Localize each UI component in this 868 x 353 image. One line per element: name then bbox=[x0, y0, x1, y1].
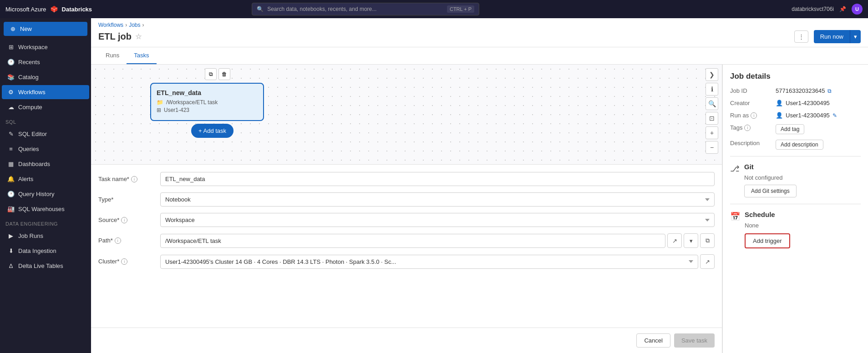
top-nav-right: databricksvct706i 📌 U bbox=[792, 4, 863, 15]
tab-tasks[interactable]: Tasks bbox=[127, 47, 156, 64]
sidebar-item-delta-live-tables[interactable]: Δ Delta Live Tables bbox=[2, 259, 89, 273]
fit-view-button[interactable]: ⊡ bbox=[706, 112, 718, 125]
databricks-logo-icon bbox=[50, 5, 58, 13]
data-eng-section-header: Data Engineering bbox=[0, 217, 91, 228]
creator-label: Creator bbox=[730, 100, 776, 106]
sidebar-item-query-history[interactable]: 🕐 Query History bbox=[2, 187, 89, 201]
sidebar-item-queries[interactable]: ≡ Queries bbox=[2, 142, 89, 156]
collapse-panel-button[interactable]: ❯ bbox=[706, 68, 718, 81]
path-label: Path* i bbox=[98, 233, 153, 244]
job-id-copy-button[interactable]: ⧉ bbox=[827, 88, 832, 94]
task-name-input[interactable] bbox=[160, 172, 715, 186]
job-id-value: 577163320323645 ⧉ bbox=[776, 87, 861, 94]
search-bar[interactable]: 🔍 Search data, notebooks, recents, and m… bbox=[252, 3, 479, 15]
git-icon: ⎇ bbox=[730, 164, 740, 174]
add-git-settings-button[interactable]: Add Git settings bbox=[744, 185, 797, 197]
path-info-icon[interactable]: i bbox=[115, 237, 121, 244]
info-button[interactable]: ℹ bbox=[706, 83, 718, 96]
type-label: Type* bbox=[98, 192, 153, 203]
add-trigger-button[interactable]: Add trigger bbox=[745, 233, 790, 248]
save-task-button[interactable]: Save task bbox=[674, 333, 715, 348]
task-name-info-icon[interactable]: i bbox=[131, 176, 137, 182]
sidebar-item-sql-editor[interactable]: ✎ SQL Editor bbox=[2, 127, 89, 141]
page-tabs: Runs Tasks bbox=[91, 47, 868, 65]
task-canvas[interactable]: ⧉ 🗑 ETL_new_data 📁 /Workspace/ETL task ⊞… bbox=[91, 65, 722, 165]
breadcrumb: Workflows › Jobs › bbox=[98, 22, 861, 28]
more-options-button[interactable]: ⋮ bbox=[794, 30, 808, 43]
creator-person-icon: 👤 bbox=[776, 100, 783, 106]
path-row: Path* i ↗ ▾ ⧉ bbox=[98, 233, 715, 248]
cancel-button[interactable]: Cancel bbox=[636, 333, 670, 348]
star-icon[interactable]: ☆ bbox=[135, 32, 142, 41]
sidebar-item-job-runs[interactable]: ▶ Job Runs bbox=[2, 229, 89, 243]
cluster-open-button[interactable]: ↗ bbox=[700, 254, 715, 269]
sidebar-item-dashboards[interactable]: ▦ Dashboards bbox=[2, 157, 89, 171]
canvas-section: ⧉ 🗑 ETL_new_data 📁 /Workspace/ETL task ⊞… bbox=[91, 65, 722, 353]
cluster-select[interactable]: User1-42300495's Cluster 14 GB · 4 Cores… bbox=[160, 255, 698, 269]
task-node-title: ETL_new_data bbox=[157, 89, 258, 96]
sidebar-label-job-runs: Job Runs bbox=[18, 232, 43, 239]
page-title-row: ETL job ☆ ⋮ Run now ▾ bbox=[98, 30, 861, 43]
sidebar-item-sql-warehouses[interactable]: 🏭 SQL Warehouses bbox=[2, 202, 89, 216]
add-description-button[interactable]: Add description bbox=[776, 140, 823, 150]
sidebar-label-workspace: Workspace bbox=[18, 44, 48, 50]
zoom-out-button[interactable]: − bbox=[706, 141, 718, 154]
sidebar-item-compute[interactable]: ☁ Compute bbox=[2, 100, 89, 114]
add-task-button[interactable]: + Add task bbox=[191, 124, 233, 138]
sidebar-item-recents[interactable]: 🕐 Recents bbox=[2, 55, 89, 69]
sidebar-label-sql-editor: SQL Editor bbox=[18, 131, 47, 137]
search-placeholder: Search data, notebooks, recents, and mor… bbox=[267, 6, 376, 12]
tags-info-icon[interactable]: i bbox=[744, 125, 751, 131]
git-status: Not configured bbox=[744, 174, 797, 181]
cluster-control: User1-42300495's Cluster 14 GB · 4 Cores… bbox=[160, 254, 715, 269]
run-now-button[interactable]: Run now bbox=[814, 30, 850, 43]
source-row: Source* i Workspace bbox=[98, 213, 715, 227]
copy-task-button[interactable]: ⧉ bbox=[205, 68, 217, 80]
add-tag-button[interactable]: Add tag bbox=[776, 124, 804, 134]
cluster-info-icon[interactable]: i bbox=[121, 258, 127, 265]
path-open-button[interactable]: ↗ bbox=[667, 233, 682, 248]
path-input[interactable] bbox=[160, 234, 665, 248]
app-title: Databricks bbox=[62, 6, 92, 13]
run-as-edit-button[interactable]: ✎ bbox=[832, 112, 837, 119]
breadcrumb-jobs[interactable]: Jobs bbox=[129, 22, 140, 28]
job-runs-icon: ▶ bbox=[7, 232, 15, 239]
avatar[interactable]: U bbox=[852, 4, 863, 15]
type-control: Notebook bbox=[160, 192, 715, 207]
sidebar: ⊕ New ⊞ Workspace 🕐 Recents 📚 Catalog ⚙ … bbox=[0, 18, 91, 353]
job-details-title: Job details bbox=[730, 72, 861, 81]
plus-icon: ⊕ bbox=[9, 25, 16, 32]
path-copy-button[interactable]: ⧉ bbox=[700, 233, 715, 248]
catalog-icon: 📚 bbox=[7, 74, 15, 81]
new-button[interactable]: ⊕ New bbox=[4, 22, 87, 36]
breadcrumb-workflows[interactable]: Workflows bbox=[98, 22, 123, 28]
divider-2 bbox=[730, 204, 861, 204]
run-now-dropdown-button[interactable]: ▾ bbox=[850, 30, 861, 43]
canvas-toolbar: ❯ ℹ 🔍 ⊡ + − bbox=[706, 68, 718, 154]
divider-1 bbox=[730, 156, 861, 156]
sidebar-item-data-ingestion[interactable]: ⬇ Data Ingestion bbox=[2, 244, 89, 258]
task-node[interactable]: ETL_new_data 📁 /Workspace/ETL task ⊞ Use… bbox=[150, 83, 264, 121]
source-info-icon[interactable]: i bbox=[121, 217, 127, 223]
search-icon: 🔍 bbox=[257, 6, 264, 12]
recents-icon: 🕐 bbox=[7, 59, 15, 66]
path-input-row: ↗ ▾ ⧉ bbox=[160, 233, 715, 248]
cluster-row: Cluster* i User1-42300495's Cluster 14 G… bbox=[98, 254, 715, 269]
sidebar-item-alerts[interactable]: 🔔 Alerts bbox=[2, 172, 89, 186]
git-content: Git Not configured Add Git settings bbox=[744, 163, 797, 197]
sidebar-label-workflows: Workflows bbox=[18, 89, 46, 96]
source-select[interactable]: Workspace bbox=[160, 213, 715, 227]
zoom-in-button[interactable]: + bbox=[706, 126, 718, 139]
type-select[interactable]: Notebook bbox=[160, 192, 715, 207]
azure-label: Microsoft Azure bbox=[5, 6, 46, 13]
sidebar-item-catalog[interactable]: 📚 Catalog bbox=[2, 70, 89, 84]
tab-runs[interactable]: Runs bbox=[98, 47, 127, 64]
search-canvas-button[interactable]: 🔍 bbox=[706, 97, 718, 110]
alerts-icon: 🔔 bbox=[7, 176, 15, 182]
sidebar-item-workflows[interactable]: ⚙ Workflows bbox=[2, 85, 89, 99]
run-as-info-icon[interactable]: i bbox=[751, 112, 757, 119]
sidebar-item-workspace[interactable]: ⊞ Workspace bbox=[2, 40, 89, 54]
delete-task-button[interactable]: 🗑 bbox=[218, 68, 230, 80]
user-name[interactable]: databricksvct706i bbox=[792, 6, 834, 12]
path-dropdown-button[interactable]: ▾ bbox=[684, 233, 698, 248]
